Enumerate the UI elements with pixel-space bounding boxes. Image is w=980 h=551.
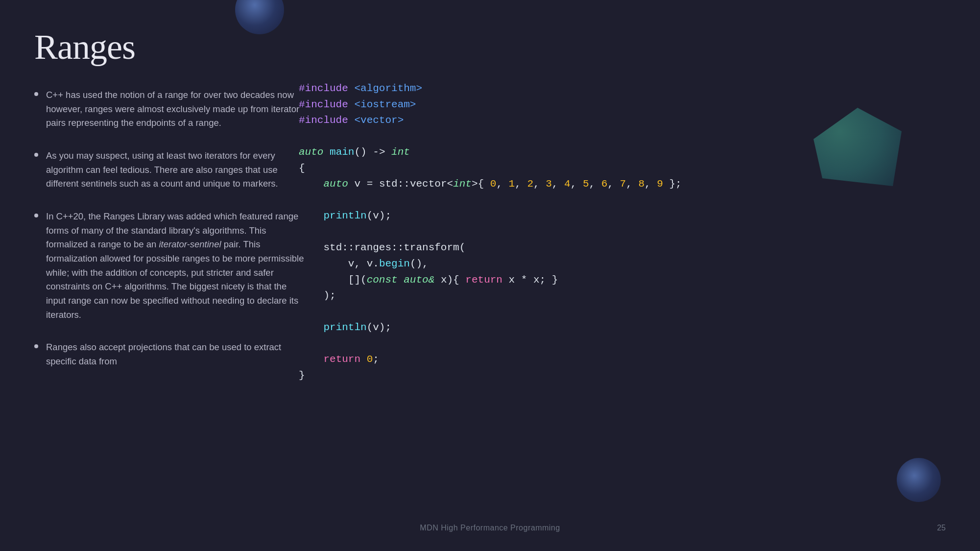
code-line: std::ranges::transform( [299,240,681,256]
footer-text: MDN High Performance Programming [420,524,560,532]
code-line [299,129,681,145]
code-line: { [299,161,681,177]
bullet-list: C++ has used the notion of a range for o… [34,88,309,369]
bullet-dot [34,92,38,96]
blob-top-decoration [235,0,284,34]
bullet-text-2: As you may suspect, using at least two i… [46,149,309,191]
left-content-panel: C++ has used the notion of a range for o… [34,88,309,369]
bullet-dot [34,153,38,157]
code-line: #include <iostream> [299,97,681,113]
code-line [299,336,681,352]
bullet-text-4: Ranges also accept projections that can … [46,340,309,368]
code-line: [](const auto& x){ return x * x; } [299,272,681,288]
bullet-text-3: In C++20, the Ranges Library was added w… [46,210,309,322]
list-item: Ranges also accept projections that can … [34,340,309,368]
list-item: In C++20, the Ranges Library was added w… [34,210,309,322]
code-line: ); [299,288,681,304]
blob-bottom-right-decoration [897,458,941,502]
page-number: 25 [937,524,946,532]
blob-top-right-decoration [813,108,902,186]
code-line: return 0; [299,352,681,368]
code-line: v, v.begin(), [299,256,681,272]
bullet-dot [34,344,38,348]
code-block: #include <algorithm> #include <iostream>… [299,81,681,383]
list-item: C++ has used the notion of a range for o… [34,88,309,130]
code-line [299,192,681,209]
code-line: println(v); [299,208,681,224]
code-line: auto v = std::vector<int>{ 0, 1, 2, 3, 4… [299,176,681,192]
code-line: #include <vector> [299,113,681,129]
footer: MDN High Performance Programming [0,524,980,532]
slide-title: Ranges [34,27,135,68]
code-line [299,304,681,320]
code-panel: #include <algorithm> #include <iostream>… [299,81,681,383]
code-line: println(v); [299,320,681,336]
code-line [299,224,681,240]
list-item: As you may suspect, using at least two i… [34,149,309,191]
code-line: } [299,368,681,384]
bullet-text-1: C++ has used the notion of a range for o… [46,88,309,130]
bullet-dot [34,214,38,217]
code-line: auto main() -> int [299,144,681,161]
code-line: #include <algorithm> [299,81,681,97]
